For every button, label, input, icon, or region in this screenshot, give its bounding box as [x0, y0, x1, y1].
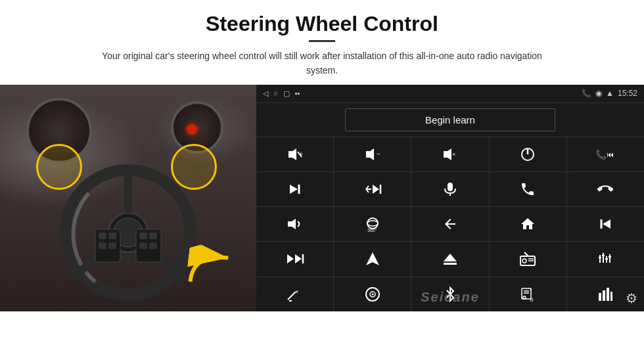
call-prev-button[interactable]: 📞⏮ — [567, 137, 644, 171]
svg-rect-11 — [108, 242, 116, 249]
camera-360-button[interactable]: 360° — [334, 207, 411, 241]
home-button[interactable] — [490, 207, 566, 241]
home-nav-icon[interactable]: ○ — [273, 89, 278, 97]
begin-learn-row: Begin learn — [256, 103, 644, 137]
svg-marker-63 — [296, 290, 298, 293]
controls-grid: + − × 📞⏮ — [256, 137, 644, 311]
end-call-button[interactable] — [567, 172, 644, 206]
svg-rect-10 — [108, 233, 116, 239]
speaker-button[interactable] — [256, 207, 333, 241]
svg-marker-45 — [295, 254, 302, 263]
svg-marker-43 — [603, 219, 610, 229]
svg-marker-34 — [373, 185, 379, 194]
power-button[interactable] — [490, 137, 566, 171]
svg-rect-49 — [444, 263, 457, 265]
status-right: 📞 ◉ ▲ 15:52 — [582, 89, 637, 98]
svg-rect-8 — [99, 233, 106, 239]
fast-forward-button[interactable] — [256, 242, 333, 276]
skip-button[interactable] — [334, 172, 411, 206]
svg-text:⏮: ⏮ — [607, 150, 614, 158]
svg-marker-17 — [288, 148, 296, 160]
steering-btn[interactable] — [334, 277, 411, 311]
navigate-button[interactable] — [334, 242, 411, 276]
wifi-icon: ▲ — [606, 89, 614, 98]
svg-rect-12 — [139, 233, 147, 239]
svg-point-67 — [371, 293, 373, 295]
phone-icon: 📞 — [582, 89, 591, 98]
svg-point-51 — [522, 259, 526, 263]
svg-rect-74 — [599, 293, 601, 301]
android-status-bar: ◁ ○ ▢ ▪▪ 📞 ◉ ▲ 15:52 — [256, 85, 644, 103]
vol-up-button[interactable]: + — [256, 137, 333, 171]
eject-button[interactable] — [411, 242, 488, 276]
equalizer-button[interactable] — [567, 242, 644, 276]
warning-light — [187, 124, 197, 135]
android-screen: ◁ ○ ▢ ▪▪ 📞 ◉ ▲ 15:52 Begin learn — [256, 85, 644, 311]
svg-rect-14 — [149, 233, 157, 239]
voice-edit-button[interactable] — [256, 277, 333, 311]
svg-point-39 — [367, 218, 378, 229]
photo-section — [0, 85, 256, 311]
svg-point-40 — [367, 221, 378, 226]
radio-button[interactable] — [490, 242, 566, 276]
svg-rect-15 — [149, 242, 157, 249]
next-track-button[interactable] — [256, 172, 333, 206]
svg-rect-36 — [448, 183, 453, 191]
svg-rect-77 — [610, 292, 612, 301]
svg-marker-48 — [444, 254, 457, 261]
svg-text:×: × — [452, 151, 455, 158]
svg-marker-44 — [287, 254, 294, 263]
music-button[interactable]: ⚙ — [490, 277, 566, 311]
mute-button[interactable]: × — [411, 137, 488, 171]
page-title: Steering Wheel Control — [39, 12, 605, 36]
header-section: Steering Wheel Control Your original car… — [0, 0, 644, 85]
back-nav-icon[interactable]: ◁ — [263, 89, 268, 98]
svg-marker-47 — [366, 252, 379, 265]
svg-marker-23 — [444, 148, 451, 160]
svg-rect-9 — [99, 242, 106, 249]
back-button[interactable] — [411, 207, 488, 241]
vol-down-button[interactable]: − — [334, 137, 411, 171]
svg-rect-13 — [139, 242, 147, 249]
settings-gear-icon[interactable]: ⚙ — [626, 290, 637, 306]
subtitle-text: Your original car's steering wheel contr… — [92, 49, 552, 78]
svg-text:360°: 360° — [367, 228, 377, 233]
begin-learn-button[interactable]: Begin learn — [345, 108, 555, 131]
svg-line-62 — [288, 292, 296, 300]
call-button[interactable] — [490, 172, 566, 206]
yellow-circle-right — [171, 144, 217, 190]
prev-track-button[interactable] — [567, 207, 644, 241]
svg-point-71 — [523, 296, 526, 299]
svg-marker-29 — [290, 185, 298, 194]
photo-inner — [0, 85, 256, 311]
recents-nav-icon[interactable]: ▢ — [283, 89, 290, 98]
bluetooth-button[interactable] — [411, 277, 488, 311]
svg-marker-21 — [366, 148, 374, 160]
svg-text:📞: 📞 — [595, 149, 607, 160]
title-divider — [309, 40, 335, 42]
yellow-circle-left — [36, 144, 82, 190]
content-row: ◁ ○ ▢ ▪▪ 📞 ◉ ▲ 15:52 Begin learn — [0, 85, 644, 360]
svg-rect-76 — [607, 288, 609, 301]
mic-button[interactable] — [411, 172, 488, 206]
svg-text:⚙: ⚙ — [530, 298, 534, 302]
status-left: ◁ ○ ▢ ▪▪ — [263, 89, 300, 98]
location-icon: ◉ — [595, 89, 602, 98]
signal-icon: ▪▪ — [295, 89, 300, 97]
svg-rect-75 — [603, 290, 605, 301]
svg-marker-38 — [288, 219, 296, 229]
page-wrapper: Steering Wheel Control Your original car… — [0, 0, 644, 360]
svg-text:+: + — [299, 150, 303, 158]
svg-text:−: − — [377, 150, 380, 158]
time-display: 15:52 — [618, 89, 637, 98]
